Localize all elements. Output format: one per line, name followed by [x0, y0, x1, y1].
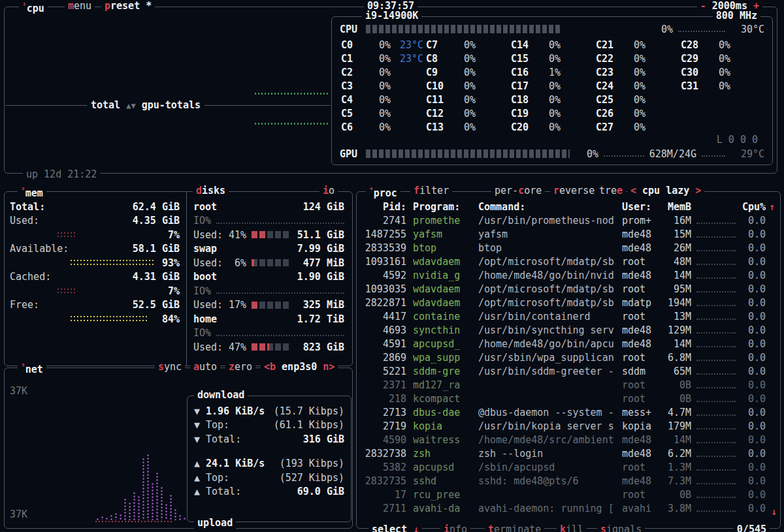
cpu-core: C9 0% — [425, 65, 510, 79]
net-interface-switcher[interactable]: <b enp3s0 n> — [261, 361, 338, 373]
process-count: 0/545 — [734, 524, 770, 532]
proc-row[interactable]: 2371 md127_ra root 0B 0.0 — [357, 378, 780, 392]
prev-interface-button[interactable]: <b — [264, 361, 276, 373]
disk-boot-used-meter — [252, 302, 289, 309]
proc-row[interactable]: 2719 kopia /usr/bin/kopia server s kopia… — [357, 419, 780, 433]
filter-button[interactable]: filter — [410, 185, 452, 196]
preset-button[interactable]: preset * — [101, 0, 155, 12]
net-graph-bar — [114, 512, 118, 520]
scroll-up-icon[interactable]: ↑ — [766, 201, 775, 213]
proc-row[interactable]: 2832738 zsh zsh --login mde48 6.2M 0.0 — [357, 446, 780, 460]
cpu-panel: ¹cpu menu preset * 09:37:57 - 2000ms + u… — [4, 7, 777, 174]
cpu-core: C18 0% — [510, 93, 595, 106]
gpu-memory: 628M/24G — [649, 148, 696, 160]
gpu-total-graph-line — [254, 122, 329, 125]
download-top-row: ▼Top:(61.1 Kibps) — [194, 418, 344, 433]
refresh-decrease-button[interactable]: - — [700, 0, 706, 12]
menu-button[interactable]: menu — [65, 0, 95, 12]
leader-dots — [678, 26, 725, 32]
net-graph-bar — [165, 503, 168, 520]
proc-row[interactable]: 2833539 btop btop mde48 26M 0.0 — [357, 241, 780, 255]
next-interface-button[interactable]: n> — [323, 361, 335, 373]
sort-prev-arrow[interactable]: < — [630, 185, 636, 196]
signals-action[interactable]: signals — [597, 524, 645, 532]
cpu-core: C19 0% — [510, 106, 595, 120]
cpu-core: C7 0% — [425, 38, 510, 52]
leader-dots — [696, 505, 736, 512]
net-graph-baseline — [95, 520, 173, 523]
sort-mode-label: cpu lazy — [642, 185, 689, 196]
cpu-box-number: ¹ — [22, 1, 27, 10]
proc-row[interactable]: 1093035 wdavdaem /opt/microsoft/mdatp/sb… — [357, 282, 780, 296]
proc-row[interactable]: 4417 containe /usr/bin/containerd root 1… — [357, 309, 780, 323]
kill-action[interactable]: kill — [557, 524, 587, 532]
terminate-action[interactable]: terminate — [485, 524, 544, 532]
cpu-graph-legend[interactable]: total ▲▼ gpu-totals — [87, 99, 204, 111]
proc-row[interactable]: 5221 sddm-gre /usr/bin/sddm-greeter - sd… — [357, 364, 780, 378]
proc-row[interactable]: 218 kcompact root 0B 0.0 — [357, 392, 780, 405]
io-mode-toggle[interactable]: io — [319, 185, 338, 196]
net-zero-toggle[interactable]: zero — [225, 361, 255, 373]
select-action[interactable]: select ↓ — [368, 524, 422, 532]
mem-available-row: Available:58.1 GiB — [5, 242, 186, 257]
mem-box-number: ² — [21, 186, 25, 195]
proc-row[interactable]: 4592 nvidia_g /home/mde48/go/bin/nvid md… — [357, 268, 780, 282]
leader-dots — [696, 396, 736, 402]
cpu-core-column: C21 0% C22 0% C23 0% C24 0% C25 0% C26 0… — [595, 38, 679, 134]
proc-row[interactable]: 17 rcu_pree root 0B 0.0 — [357, 488, 780, 501]
cpu-core: C0 0% 23°C — [340, 38, 425, 52]
gpu-row: GPU 0% 628M/24G 29°C — [340, 147, 764, 161]
proc-row[interactable]: 2711 avahi-da avahi-daemon: running [ av… — [357, 501, 780, 515]
mem-available-meter-row: 93% — [5, 256, 186, 270]
net-box-number: ³ — [21, 362, 25, 371]
proc-row[interactable]: 4693 syncthin /usr/bin/syncthing serv md… — [357, 323, 780, 337]
net-sync-toggle[interactable]: sync — [155, 361, 185, 373]
uptime-label: up 12d 21:22 — [23, 168, 100, 180]
sort-selector[interactable]: < cpu lazy > — [627, 185, 704, 196]
cpu-detail-box: i9-14900K 800 MHz CPU 0% 30°C C0 0% 23°C… — [331, 16, 773, 165]
leader-dots — [696, 382, 736, 388]
tree-toggle[interactable]: tree — [596, 185, 626, 196]
io-graph — [216, 330, 344, 336]
net-panel-title[interactable]: ³net — [18, 361, 46, 375]
disk-swap-used-meter — [252, 259, 289, 266]
cpu-core: C22 0% — [595, 52, 679, 65]
proc-row[interactable]: 1487255 yafsm yafsm mde48 15M 0.0 — [357, 227, 780, 241]
info-action[interactable]: info — [440, 524, 470, 532]
leader-dots — [696, 478, 736, 484]
mem-free-row: Free:52.5 GiB — [5, 298, 186, 313]
leader-dots — [702, 151, 725, 157]
proc-panel: ⁴proc filter per-core reverse tree < cpu… — [356, 191, 781, 529]
cpu-core-column: C28 0% C29 0% C30 0% C31 0% — [679, 38, 764, 134]
proc-row[interactable]: 2832735 sshd sshd: mde48@pts/6 mde48 7.3… — [357, 474, 780, 488]
proc-row[interactable]: 4591 apcupsd_ /home/mde48/go/bin/apcu md… — [357, 337, 780, 351]
mem-cached-row: Cached:4.31 GiB — [5, 270, 186, 285]
disk-home-io-row: IO% — [187, 326, 352, 341]
proc-row[interactable]: 5382 apcupsd /sbin/apcupsd root 1.3M 0.0 — [357, 460, 780, 474]
leader-dots — [696, 450, 736, 457]
mem-used-row: Used:4.35 GiB — [5, 214, 186, 228]
leader-dots — [696, 272, 736, 279]
upload-speed-row: ▲24.1 KiB/s(193 Kibps) — [194, 457, 344, 471]
net-graph-bar — [128, 502, 131, 520]
proc-row[interactable]: 2741 promethe /usr/bin/prometheus-nod pr… — [357, 213, 780, 227]
proc-row[interactable]: 4590 waitress /home/mde48/src/ambient md… — [357, 433, 780, 446]
cpu-panel-title[interactable]: ¹cpu — [19, 0, 48, 14]
proc-row[interactable]: 2869 wpa_supp /usr/sbin/wpa_supplican ro… — [357, 351, 780, 364]
download-title: download — [194, 389, 248, 401]
cpu-core-grid: C0 0% 23°C C1 0% 23°C C2 0% C3 0% C4 0% … — [340, 38, 764, 134]
cpu-core: C16 1% — [510, 65, 595, 79]
upload-arrow-icon: ▲ — [194, 486, 206, 497]
proc-row[interactable]: 2822871 wdavdaem /opt/microsoft/mdatp/sb… — [357, 296, 780, 309]
scroll-down-icon[interactable]: ↓ — [771, 506, 777, 518]
disks-panel-title[interactable]: disks — [193, 185, 229, 196]
cpu-core: C31 0% — [679, 79, 764, 93]
net-auto-toggle[interactable]: auto — [190, 361, 220, 373]
per-core-toggle[interactable]: per-core — [491, 185, 545, 196]
mem-panel-title[interactable]: ²mem — [18, 185, 46, 199]
proc-row[interactable]: 1093161 wdavdaem /opt/microsoft/mdatp/sb… — [357, 255, 780, 268]
proc-panel-title[interactable]: ⁴proc — [366, 185, 400, 199]
sort-next-arrow[interactable]: > — [695, 185, 701, 196]
proc-row[interactable]: 2713 dbus-dae @dbus-daemon --system - me… — [357, 405, 780, 419]
reverse-toggle[interactable]: reverse — [550, 185, 598, 196]
